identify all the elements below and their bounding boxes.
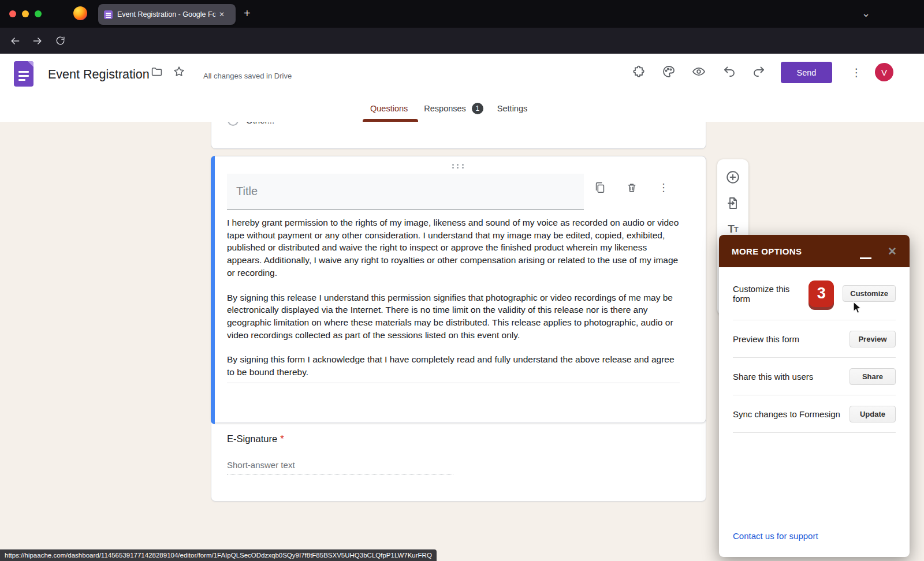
esignature-question-card[interactable]: E-Signature* Short-answer text xyxy=(211,417,706,502)
google-forms-favicon-icon xyxy=(104,10,113,19)
row-label: Sync changes to Formesign xyxy=(733,409,850,419)
mouse-cursor xyxy=(853,301,863,317)
forms-app-header: Event Registration All changes saved in … xyxy=(0,54,924,122)
title-placeholder: Title xyxy=(236,185,258,198)
row-share: Share this with users Share xyxy=(733,358,896,395)
google-forms-logo-icon[interactable] xyxy=(14,61,33,87)
drag-handle-icon[interactable] xyxy=(450,163,465,169)
reload-button[interactable] xyxy=(53,34,67,48)
browser-titlebar: Event Registration - Google For ✕ + ⌄ xyxy=(0,0,924,28)
more-options-header[interactable]: MORE OPTIONS ✕ xyxy=(719,235,910,267)
tab-questions[interactable]: Questions xyxy=(370,104,408,113)
question-kebab-icon[interactable]: ⋮ xyxy=(656,179,671,196)
maximize-window-button[interactable] xyxy=(35,10,42,17)
move-to-folder-icon[interactable] xyxy=(149,64,164,79)
star-form-icon[interactable] xyxy=(172,64,187,79)
row-label: Preview this form xyxy=(733,334,850,344)
close-panel-icon[interactable]: ✕ xyxy=(888,245,897,258)
redo-icon[interactable] xyxy=(751,64,766,79)
row-label: Share this with users xyxy=(733,372,850,382)
preview-button[interactable]: Preview xyxy=(850,331,896,347)
firefox-logo-icon xyxy=(73,6,87,20)
preview-eye-icon[interactable] xyxy=(691,64,706,79)
import-questions-icon[interactable] xyxy=(725,196,740,211)
row-sync: Sync changes to Formesign Update xyxy=(733,395,896,433)
share-button[interactable]: Share xyxy=(850,368,896,385)
responses-count-badge: 1 xyxy=(472,103,483,114)
tab-responses[interactable]: Responses xyxy=(424,104,466,113)
row-customize: Customize this form 3 Customize xyxy=(733,267,896,320)
list-tabs-chevron-icon[interactable]: ⌄ xyxy=(862,7,870,20)
status-bar: https://hipaache.com/dashboard/114565391… xyxy=(0,549,437,561)
contact-support-link[interactable]: Contact us for support xyxy=(733,531,818,541)
row-label: Customize this form xyxy=(733,284,808,304)
update-button[interactable]: Update xyxy=(850,406,896,422)
row-preview: Preview this form Preview xyxy=(733,320,896,358)
send-button[interactable]: Send xyxy=(781,62,832,83)
step-3-badge: 3 xyxy=(808,280,834,307)
active-tab-underline xyxy=(363,119,418,122)
header-kebab-icon[interactable]: ⋮ xyxy=(849,64,864,80)
tab-close-icon[interactable]: ✕ xyxy=(219,10,225,18)
account-avatar[interactable]: V xyxy=(875,63,893,81)
status-url: https://hipaache.com/dashboard/114565391… xyxy=(5,552,432,559)
form-nav-tabs: Questions Responses 1 Settings xyxy=(370,103,527,114)
customize-button[interactable]: Customize xyxy=(843,285,896,302)
minimize-panel-icon[interactable] xyxy=(860,257,871,259)
tab-title: Event Registration - Google For xyxy=(117,10,215,18)
release-paragraph-2: By signing this release I understand thi… xyxy=(227,291,683,342)
short-answer-placeholder: Short-answer text xyxy=(227,460,453,474)
close-window-button[interactable] xyxy=(9,10,16,17)
text-divider xyxy=(227,383,680,383)
question-description-text[interactable]: I hereby grant permission to the rights … xyxy=(227,216,683,379)
forward-button[interactable] xyxy=(31,34,44,48)
browser-tab[interactable]: Event Registration - Google For ✕ xyxy=(98,4,236,25)
back-button[interactable] xyxy=(8,34,22,48)
release-paragraph-1: I hereby grant permission to the rights … xyxy=(227,216,683,279)
new-tab-button[interactable]: + xyxy=(244,7,251,20)
undo-icon[interactable] xyxy=(722,64,737,79)
saved-status: All changes saved in Drive xyxy=(203,72,292,80)
release-paragraph-3: By signing this form I acknowledge that … xyxy=(227,353,683,378)
duplicate-icon[interactable] xyxy=(593,179,608,196)
delete-trash-icon[interactable] xyxy=(624,179,639,196)
required-asterisk: * xyxy=(280,433,284,444)
selected-indicator-bar xyxy=(211,156,215,424)
question-label: E-Signature* xyxy=(227,433,284,444)
tab-settings[interactable]: Settings xyxy=(497,104,527,113)
add-question-icon[interactable] xyxy=(725,170,740,185)
minimize-window-button[interactable] xyxy=(22,10,29,17)
theme-palette-icon[interactable] xyxy=(661,64,676,79)
more-options-panel: MORE OPTIONS ✕ Customize this form 3 Cus… xyxy=(719,235,910,557)
title-input[interactable]: Title xyxy=(227,174,584,210)
form-title[interactable]: Event Registration xyxy=(48,68,150,82)
addons-puzzle-icon[interactable] xyxy=(631,64,646,79)
browser-navbar: https://docs.google.com/forms/d/1zTBvhaX… xyxy=(0,28,924,54)
more-options-title: MORE OPTIONS xyxy=(732,246,860,256)
selected-question-card[interactable]: Title ⋮ I hereby grant permission to the… xyxy=(211,156,706,423)
